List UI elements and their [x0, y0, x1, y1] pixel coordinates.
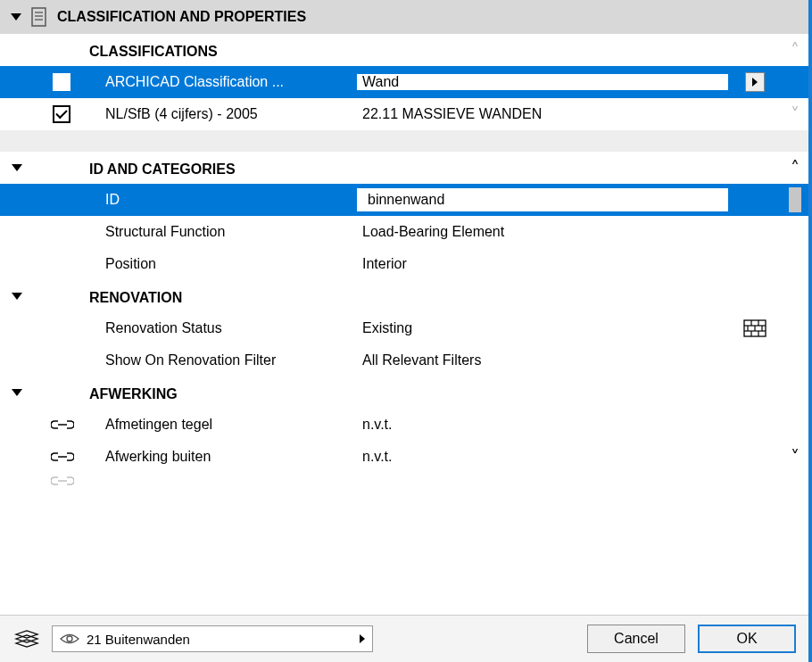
- classification-label: NL/SfB (4 cijfers) - 2005: [89, 106, 357, 122]
- classification-row[interactable]: NL/SfB (4 cijfers) - 2005 22.11 MASSIEVE…: [0, 98, 808, 130]
- id-categories-heading: ID AND CATEGORIES: [89, 154, 357, 181]
- property-row[interactable]: Position Interior: [0, 248, 808, 280]
- cancel-button[interactable]: Cancel: [587, 625, 685, 653]
- eye-icon: [60, 633, 79, 645]
- collapse-icon[interactable]: [12, 389, 22, 396]
- chevron-right-icon: [360, 634, 365, 643]
- collapse-icon[interactable]: [12, 164, 22, 171]
- property-row[interactable]: Show On Renovation Filter All Relevant F…: [0, 344, 808, 377]
- id-categories-group: ID AND CATEGORIES ˄ ID binnenwand Struct…: [0, 152, 808, 489]
- classification-value: 22.11 MASSIEVE WANDEN: [357, 106, 728, 122]
- property-value: Load-Bearing Element: [357, 224, 728, 240]
- link-icon: [51, 475, 72, 487]
- classification-label: ARCHICAD Classification ...: [89, 74, 357, 90]
- property-label: Afwerking buiten: [89, 449, 357, 465]
- id-categories-heading-row: ID AND CATEGORIES ˄: [0, 152, 808, 184]
- classifications-heading: CLASSIFICATIONS: [89, 37, 357, 63]
- classification-row[interactable]: ARCHICAD Classification ... Wand: [0, 66, 808, 98]
- svg-point-14: [67, 636, 72, 641]
- properties-panel: CLASSIFICATION AND PROPERTIES CLASSIFICA…: [0, 0, 812, 662]
- property-label: Position: [89, 256, 357, 272]
- classifications-group: CLASSIFICATIONS ˄ ARCHICAD Classificatio…: [0, 34, 808, 130]
- property-label: Renovation Status: [89, 320, 357, 336]
- property-value[interactable]: binnenwand: [362, 188, 728, 211]
- group-spacer: [0, 130, 808, 152]
- brick-icon: [728, 319, 782, 337]
- link-icon: [51, 418, 72, 431]
- collapse-icon[interactable]: [12, 293, 22, 300]
- scrollbar-thumb[interactable]: [789, 187, 801, 212]
- afwerking-heading: AFWERKING: [89, 379, 357, 406]
- svg-rect-0: [32, 8, 46, 26]
- property-label: Show On Renovation Filter: [89, 352, 357, 368]
- scroll-up-icon[interactable]: ˄: [791, 157, 800, 178]
- property-label: Afmetingen tegel: [89, 417, 357, 433]
- property-row[interactable]: Renovation Status Existing: [0, 312, 808, 344]
- property-value: Existing: [357, 320, 728, 336]
- layer-name: 21 Buitenwanden: [87, 632, 190, 647]
- property-label: ID: [89, 192, 357, 208]
- document-icon: [30, 7, 48, 27]
- layers-icon[interactable]: [12, 629, 39, 649]
- afwerking-heading-row: AFWERKING: [0, 377, 808, 409]
- property-row-clipped: [0, 473, 808, 489]
- link-icon: [51, 451, 72, 463]
- property-value: n.v.t.: [357, 449, 728, 465]
- panel-body: CLASSIFICATION AND PROPERTIES CLASSIFICA…: [0, 0, 808, 615]
- popup-arrow-button[interactable]: [745, 72, 765, 92]
- section-header[interactable]: CLASSIFICATION AND PROPERTIES: [0, 0, 808, 34]
- dialog-footer: 21 Buitenwanden Cancel OK: [0, 615, 808, 662]
- layer-selector[interactable]: 21 Buitenwanden: [52, 625, 373, 652]
- checkbox-icon[interactable]: [53, 73, 70, 91]
- scroll-up-icon[interactable]: ˄: [791, 39, 800, 61]
- renovation-heading: RENOVATION: [89, 283, 357, 310]
- property-value: Interior: [357, 256, 728, 272]
- property-row[interactable]: Structural Function Load-Bearing Element: [0, 216, 808, 248]
- classification-value: Wand: [357, 74, 728, 90]
- property-label: Structural Function: [89, 224, 357, 240]
- checkbox-icon[interactable]: [53, 105, 70, 123]
- property-row[interactable]: Afwerking buiten n.v.t. ˅: [0, 441, 808, 473]
- property-value: n.v.t.: [357, 417, 728, 433]
- section-title: CLASSIFICATION AND PROPERTIES: [57, 9, 306, 25]
- collapse-icon[interactable]: [11, 13, 21, 21]
- classifications-heading-row: CLASSIFICATIONS ˄: [0, 34, 808, 66]
- scroll-down-icon[interactable]: ˅: [791, 446, 800, 468]
- property-row-id[interactable]: ID binnenwand: [0, 184, 808, 216]
- scroll-down-icon[interactable]: ˅: [791, 103, 800, 125]
- ok-button[interactable]: OK: [698, 625, 796, 653]
- property-row[interactable]: Afmetingen tegel n.v.t.: [0, 409, 808, 441]
- renovation-heading-row: RENOVATION: [0, 280, 808, 312]
- property-value: All Relevant Filters: [357, 352, 728, 368]
